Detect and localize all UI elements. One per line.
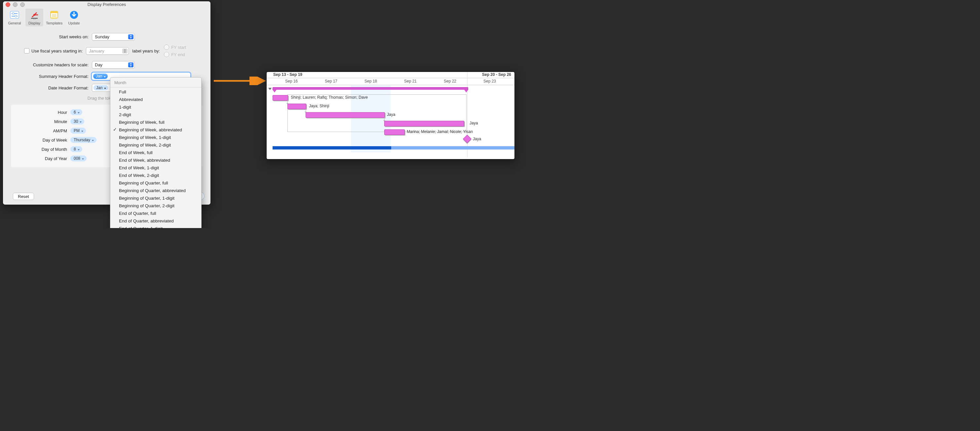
dayofmonth-label: Day of Month	[14, 147, 70, 152]
gantt-body: Shinji; Lauren; Rafiq; Thomas; Simon; Da…	[267, 85, 514, 152]
task-bar[interactable]	[305, 112, 385, 118]
tab-label: Display	[29, 21, 40, 25]
dropdown-item[interactable]: Beginning of Week, 1-digit	[110, 134, 201, 141]
summary-range-right: Sep 20 - Sep 26	[482, 72, 511, 77]
clock-ruler-icon: 17	[29, 9, 40, 21]
task-label: Shinji; Lauren; Rafiq; Thomas; Simon; Da…	[291, 95, 368, 100]
task-bar[interactable]	[384, 129, 405, 135]
zoom-window-button[interactable]	[20, 2, 25, 7]
day-header: Sep 23	[484, 79, 496, 84]
window-title: Display Preferences	[3, 1, 210, 8]
window-controls	[6, 2, 25, 7]
task-label: Jaya	[473, 136, 481, 141]
dropdown-item[interactable]: 1-digit	[110, 103, 201, 111]
dropdown-item[interactable]: End of Week, 2-digit	[110, 172, 201, 179]
label-years-by: label years by:	[132, 49, 160, 54]
dropdown-item[interactable]: Beginning of Week, full	[110, 119, 201, 126]
fy-end-label: FY end	[171, 52, 185, 57]
dropdown-separator	[110, 87, 201, 87]
dropdown-item[interactable]: Beginning of Quarter, 2-digit	[110, 202, 201, 209]
tab-general[interactable]: General	[6, 9, 24, 26]
day-header: Sep 17	[325, 79, 337, 84]
dayofmonth-chip[interactable]: 8	[70, 146, 82, 152]
task-bar[interactable]	[384, 121, 464, 127]
tab-update[interactable]: Update	[65, 9, 83, 26]
svg-point-7	[33, 14, 35, 16]
progress-done	[273, 146, 391, 149]
minute-label: Minute	[14, 119, 70, 124]
tab-display[interactable]: 17 Display	[25, 9, 43, 26]
customize-scale-select[interactable]: Day	[92, 61, 135, 69]
titlebar: Display Preferences	[3, 1, 210, 8]
day-header: Sep 21	[404, 79, 417, 84]
dropdown-item[interactable]: End of Quarter, abbreviated	[110, 217, 201, 225]
start-weeks-select[interactable]: Sunday	[92, 33, 135, 41]
customize-label: Customize headers for scale:	[11, 62, 92, 67]
dropdown-item[interactable]: 2-digit	[110, 111, 201, 119]
date-header-label: Date Header Format:	[11, 86, 92, 90]
task-label: Jaya	[387, 112, 395, 117]
start-weeks-value: Sunday	[95, 34, 109, 39]
dropdown-title: Month	[110, 79, 201, 86]
month-format-dropdown[interactable]: Month FullAbbreviated1-digit2-digitBegin…	[110, 77, 202, 228]
dayofyear-label: Day of Year	[14, 156, 70, 161]
fy-end-radio[interactable]	[164, 52, 169, 57]
tab-templates[interactable]: Templates	[45, 9, 63, 26]
svg-rect-14	[51, 17, 58, 19]
tab-label: General	[8, 21, 21, 25]
gantt-summary-header: Sep 13 - Sep 19 Sep 20 - Sep 26	[267, 72, 514, 78]
minimize-window-button[interactable]	[13, 2, 18, 7]
dropdown-item[interactable]: Beginning of Week, 2-digit	[110, 141, 201, 149]
task-bar[interactable]	[273, 95, 288, 101]
customize-scale-value: Day	[95, 62, 102, 67]
dropdown-item[interactable]: Beginning of Quarter, full	[110, 179, 201, 187]
fiscal-month-value: January	[89, 49, 104, 54]
download-arrow-icon	[68, 9, 80, 21]
dropdown-item[interactable]: Beginning of Quarter, 1-digit	[110, 194, 201, 202]
start-weeks-label: Start weeks on:	[11, 34, 92, 39]
minute-chip[interactable]: 30	[70, 119, 84, 124]
hour-label: Hour	[14, 110, 70, 115]
dropdown-item[interactable]: End of Quarter, 1-digit	[110, 225, 201, 228]
dayofweek-label: Day of Week	[14, 138, 70, 143]
dropdown-item[interactable]: Abbreviated	[110, 96, 201, 103]
fiscal-checkbox[interactable]	[24, 48, 29, 54]
milestone[interactable]	[463, 135, 471, 143]
ampm-chip[interactable]: PM	[70, 128, 86, 134]
hour-chip[interactable]: 6	[70, 109, 82, 115]
templates-icon	[49, 9, 60, 21]
reset-button[interactable]: Reset	[13, 193, 34, 200]
tab-label: Templates	[46, 21, 62, 25]
tab-label: Update	[68, 21, 80, 25]
dropdown-item[interactable]: Beginning of Week, abbreviated	[110, 126, 201, 134]
close-window-button[interactable]	[6, 2, 10, 7]
summary-token-month[interactable]: Jan	[93, 74, 108, 79]
task-label: Jaya	[469, 121, 478, 125]
arrow-icon	[213, 76, 266, 85]
dropdown-item[interactable]: End of Week, full	[110, 149, 201, 157]
dayofweek-chip[interactable]: Thursday	[70, 137, 97, 143]
fy-start-label: FY start	[171, 45, 186, 50]
dropdown-item[interactable]: End of Week, abbreviated	[110, 157, 201, 164]
dropdown-item[interactable]: End of Quarter, full	[110, 209, 201, 217]
dropdown-item[interactable]: End of Week, 1-digit	[110, 164, 201, 172]
svg-point-4	[15, 15, 17, 17]
fy-start-radio[interactable]	[164, 44, 169, 50]
dropdown-item[interactable]: Beginning of Quarter, abbreviated	[110, 187, 201, 194]
task-bar[interactable]	[288, 104, 306, 109]
preferences-toolbar: General 17 Display Templates Update	[3, 8, 210, 26]
gantt-preview: Sep 13 - Sep 19 Sep 20 - Sep 26 Sep 16 S…	[266, 71, 515, 160]
task-label: Marina; Melanie; Jamal; Nicole; Yisan	[407, 129, 473, 134]
date-token-month[interactable]: Jan	[94, 85, 108, 90]
gantt-day-header: Sep 16 Sep 17 Sep 18 Sep 21 Sep 22 Sep 2…	[267, 78, 514, 85]
summary-range-left: Sep 13 - Sep 19	[273, 72, 302, 77]
svg-point-2	[12, 13, 14, 14]
summary-header-label: Summary Header Format:	[11, 74, 92, 79]
day-header: Sep 18	[364, 79, 377, 84]
fiscal-month-select[interactable]: January	[86, 47, 129, 55]
disclosure-triangle-icon[interactable]	[268, 88, 272, 90]
dropdown-item[interactable]: Full	[110, 88, 201, 96]
svg-rect-0	[10, 11, 19, 19]
ampm-label: AM/PM	[14, 128, 70, 133]
dayofyear-chip[interactable]: 008	[70, 155, 87, 162]
